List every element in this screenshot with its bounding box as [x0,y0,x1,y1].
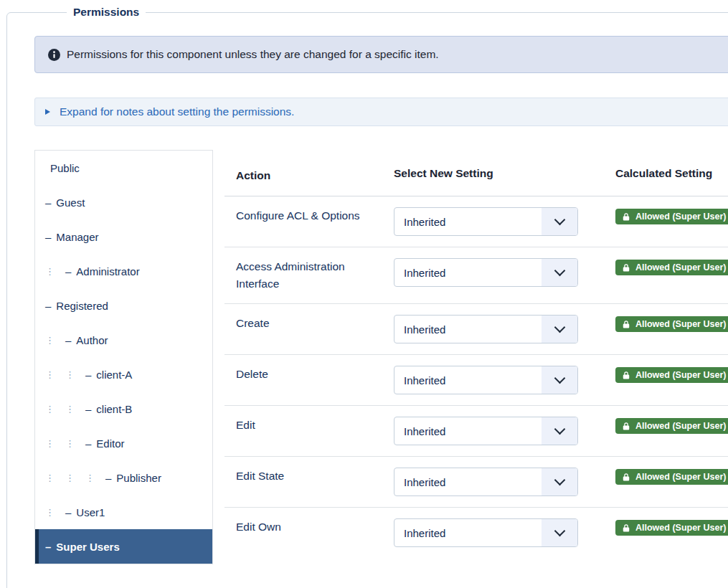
chevron-down-icon [542,417,577,445]
table-row: Delete Inherited Allowed (Super User) [224,355,728,406]
table-row: Edit State Inherited Allowed (Super User… [224,457,728,508]
tree-dash: – [65,506,71,518]
table-row: Access Administration Interface Inherite… [224,247,728,304]
group-item-client-a[interactable]: ⋮⋮–client-A [35,357,212,392]
group-item-manager[interactable]: –Manager [35,219,212,254]
group-item-user1[interactable]: ⋮–User1 [35,495,212,529]
tree-dash: – [85,403,91,415]
group-label: client-B [96,403,132,415]
calculated-setting-badge: Allowed (Super User) [615,260,728,275]
setting-select[interactable]: Inherited [394,366,578,394]
tree-dash: – [45,300,51,312]
setting-select-value: Inherited [394,316,542,343]
notes-toggle[interactable]: Expand for notes about setting the permi… [34,98,728,126]
tree-dash: – [85,437,91,450]
group-label: Super Users [56,541,119,553]
group-item-client-b[interactable]: ⋮⋮–client-B [35,392,212,426]
action-label: Delete [224,355,394,394]
table-row: Create Inherited Allowed (Super User) [224,304,728,355]
action-label: Edit [224,406,394,445]
calculated-setting-badge: Allowed (Super User) [615,469,728,485]
table-row: Configure ACL & Options Inherited Allowe… [224,196,728,247]
permissions-body: Public –Guest –Manager ⋮–Administrator –… [34,150,728,564]
chevron-down-icon [542,316,577,343]
group-label: Administrator [76,265,139,278]
group-label: client-A [96,369,132,381]
lock-icon [622,422,630,431]
lock-icon [622,371,630,380]
user-group-list: Public –Guest –Manager ⋮–Administrator –… [34,150,213,564]
badge-label: Allowed (Super User) [635,472,726,482]
tree-dash: – [65,334,71,346]
chevron-down-icon [542,519,577,546]
setting-select-value: Inherited [394,468,542,495]
lock-icon [622,263,630,272]
table-row: Edit Own Inherited Allowed (Super User) [224,508,728,558]
permissions-table: Action Select New Setting Calculated Set… [224,150,728,558]
chevron-down-icon [542,468,577,495]
calculated-setting-badge: Allowed (Super User) [615,367,728,383]
badge-label: Allowed (Super User) [635,523,726,533]
tree-dots: ⋮⋮ [45,369,85,380]
chevron-down-icon [542,366,577,394]
badge-label: Allowed (Super User) [635,370,726,380]
info-alert: Permissions for this component unless th… [34,36,728,73]
info-alert-text: Permissions for this component unless th… [67,48,439,61]
group-item-administrator[interactable]: ⋮–Administrator [35,254,212,288]
group-label: Registered [56,300,108,312]
tree-dots: ⋮⋮⋮ [45,473,105,483]
badge-label: Allowed (Super User) [635,421,726,431]
setting-select[interactable]: Inherited [394,207,578,236]
tree-dots: ⋮⋮ [45,438,85,449]
group-label: Editor [96,437,124,450]
group-item-author[interactable]: ⋮–Author [35,323,212,357]
action-label: Edit Own [224,508,394,546]
group-label: Manager [56,231,98,243]
group-item-guest[interactable]: –Guest [35,185,212,219]
action-label: Configure ACL & Options [224,196,394,235]
action-label: Edit State [224,457,394,495]
tree-dash: – [85,369,91,381]
chevron-down-icon [542,208,577,235]
group-item-public[interactable]: Public [35,151,212,185]
group-item-publisher[interactable]: ⋮⋮⋮–Publisher [35,460,212,495]
tree-dash: – [65,265,71,278]
lock-icon [622,523,630,533]
tree-dash: – [45,196,51,209]
setting-select-value: Inherited [394,417,542,445]
setting-select[interactable]: Inherited [394,315,578,343]
group-label: Public [50,162,80,174]
caret-right-icon [45,109,50,115]
group-item-super-users[interactable]: –Super Users [35,529,212,564]
action-label: Access Administration Interface [224,247,394,303]
setting-select-value: Inherited [394,519,542,546]
header-calculated-setting: Calculated Setting [604,150,728,191]
group-label: User1 [76,506,105,518]
calculated-setting-badge: Allowed (Super User) [615,316,728,332]
badge-label: Allowed (Super User) [635,212,726,222]
setting-select[interactable]: Inherited [394,468,578,496]
setting-select[interactable]: Inherited [394,417,578,445]
tree-dash: – [45,231,51,243]
table-row: Edit Inherited Allowed (Super User) [224,406,728,457]
group-item-registered[interactable]: –Registered [35,288,212,323]
group-label: Author [76,334,108,346]
lock-icon [622,320,630,329]
badge-label: Allowed (Super User) [635,319,726,329]
calculated-setting-badge: Allowed (Super User) [615,209,728,224]
header-action: Action [224,150,394,196]
setting-select[interactable]: Inherited [394,258,578,287]
setting-select-value: Inherited [394,366,542,394]
permissions-fieldset: Permissions Permissions for this compone… [6,6,728,588]
calculated-setting-badge: Allowed (Super User) [615,418,728,434]
setting-select-value: Inherited [394,208,542,235]
tree-dash: – [45,541,51,553]
lock-icon [622,212,630,222]
group-item-editor[interactable]: ⋮⋮–Editor [35,426,212,460]
setting-select[interactable]: Inherited [394,518,578,547]
tree-dots: ⋮ [45,335,65,346]
setting-select-value: Inherited [394,259,542,286]
group-label: Publisher [116,472,161,484]
header-select-new-setting: Select New Setting [394,150,604,191]
badge-label: Allowed (Super User) [635,262,726,272]
